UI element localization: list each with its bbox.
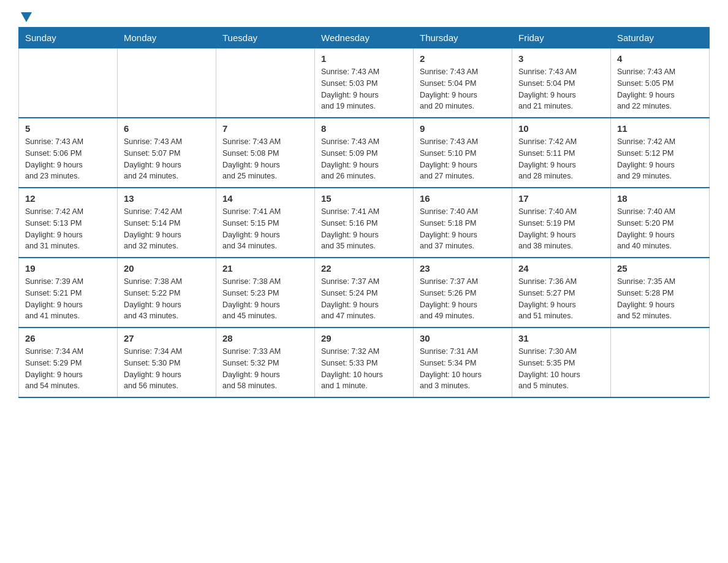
weekday-header-saturday: Saturday — [611, 28, 710, 48]
calendar-body: 1Sunrise: 7:43 AM Sunset: 5:03 PM Daylig… — [19, 48, 710, 398]
day-number: 13 — [124, 193, 210, 204]
day-number: 12 — [25, 193, 111, 204]
day-number: 31 — [518, 333, 604, 343]
day-number: 29 — [321, 333, 407, 343]
page-header — [18, 12, 710, 21]
day-number: 15 — [321, 193, 407, 204]
day-info: Sunrise: 7:37 AM Sunset: 5:24 PM Dayligh… — [321, 276, 407, 322]
day-number: 11 — [617, 123, 703, 134]
day-info: Sunrise: 7:43 AM Sunset: 5:06 PM Dayligh… — [25, 136, 111, 182]
day-number: 25 — [617, 263, 703, 274]
day-info: Sunrise: 7:30 AM Sunset: 5:35 PM Dayligh… — [518, 346, 604, 392]
day-info: Sunrise: 7:43 AM Sunset: 5:10 PM Dayligh… — [420, 136, 506, 182]
calendar-cell: 28Sunrise: 7:33 AM Sunset: 5:32 PM Dayli… — [216, 327, 315, 397]
day-info: Sunrise: 7:37 AM Sunset: 5:26 PM Dayligh… — [420, 276, 506, 322]
day-number: 7 — [222, 123, 308, 134]
calendar-cell: 23Sunrise: 7:37 AM Sunset: 5:26 PM Dayli… — [414, 258, 512, 327]
calendar-cell: 17Sunrise: 7:40 AM Sunset: 5:19 PM Dayli… — [512, 188, 611, 258]
calendar-cell: 12Sunrise: 7:42 AM Sunset: 5:13 PM Dayli… — [19, 188, 118, 258]
day-info: Sunrise: 7:31 AM Sunset: 5:34 PM Dayligh… — [420, 346, 506, 392]
day-number: 9 — [420, 123, 506, 134]
day-info: Sunrise: 7:43 AM Sunset: 5:09 PM Dayligh… — [321, 136, 407, 182]
day-number: 24 — [518, 263, 604, 274]
calendar-cell: 8Sunrise: 7:43 AM Sunset: 5:09 PM Daylig… — [315, 118, 414, 188]
calendar-cell: 7Sunrise: 7:43 AM Sunset: 5:08 PM Daylig… — [216, 118, 315, 188]
weekday-header-monday: Monday — [118, 28, 216, 48]
calendar-cell — [118, 48, 216, 118]
calendar-cell: 11Sunrise: 7:42 AM Sunset: 5:12 PM Dayli… — [611, 118, 710, 188]
day-info: Sunrise: 7:33 AM Sunset: 5:32 PM Dayligh… — [222, 346, 308, 392]
calendar-week-row: 1Sunrise: 7:43 AM Sunset: 5:03 PM Daylig… — [19, 48, 710, 118]
weekday-header-thursday: Thursday — [414, 28, 512, 48]
day-number: 1 — [321, 53, 407, 64]
calendar-cell: 27Sunrise: 7:34 AM Sunset: 5:30 PM Dayli… — [118, 327, 216, 397]
day-info: Sunrise: 7:34 AM Sunset: 5:29 PM Dayligh… — [25, 346, 111, 392]
day-number: 19 — [25, 263, 111, 274]
calendar-cell: 29Sunrise: 7:32 AM Sunset: 5:33 PM Dayli… — [315, 327, 414, 397]
day-number: 2 — [420, 53, 506, 64]
day-number: 18 — [617, 193, 703, 204]
day-number: 23 — [420, 263, 506, 274]
calendar-cell: 6Sunrise: 7:43 AM Sunset: 5:07 PM Daylig… — [118, 118, 216, 188]
calendar-cell — [19, 48, 118, 118]
day-info: Sunrise: 7:42 AM Sunset: 5:14 PM Dayligh… — [124, 206, 210, 252]
weekday-header-tuesday: Tuesday — [216, 28, 315, 48]
weekday-header-wednesday: Wednesday — [315, 28, 414, 48]
calendar-header: SundayMondayTuesdayWednesdayThursdayFrid… — [19, 28, 710, 48]
day-info: Sunrise: 7:38 AM Sunset: 5:22 PM Dayligh… — [124, 276, 210, 322]
day-info: Sunrise: 7:42 AM Sunset: 5:11 PM Dayligh… — [518, 136, 604, 182]
calendar-cell: 20Sunrise: 7:38 AM Sunset: 5:22 PM Dayli… — [118, 258, 216, 327]
calendar-cell — [216, 48, 315, 118]
day-info: Sunrise: 7:38 AM Sunset: 5:23 PM Dayligh… — [222, 276, 308, 322]
weekday-header-sunday: Sunday — [19, 28, 118, 48]
day-info: Sunrise: 7:32 AM Sunset: 5:33 PM Dayligh… — [321, 346, 407, 392]
calendar-table: SundayMondayTuesdayWednesdayThursdayFrid… — [18, 27, 710, 398]
day-info: Sunrise: 7:43 AM Sunset: 5:08 PM Dayligh… — [222, 136, 308, 182]
day-number: 4 — [617, 53, 703, 64]
day-info: Sunrise: 7:43 AM Sunset: 5:04 PM Dayligh… — [420, 66, 506, 112]
calendar-cell: 9Sunrise: 7:43 AM Sunset: 5:10 PM Daylig… — [414, 118, 512, 188]
day-number: 5 — [25, 123, 111, 134]
calendar-cell: 14Sunrise: 7:41 AM Sunset: 5:15 PM Dayli… — [216, 188, 315, 258]
day-number: 6 — [124, 123, 210, 134]
calendar-cell: 2Sunrise: 7:43 AM Sunset: 5:04 PM Daylig… — [414, 48, 512, 118]
day-info: Sunrise: 7:43 AM Sunset: 5:07 PM Dayligh… — [124, 136, 210, 182]
calendar-cell: 22Sunrise: 7:37 AM Sunset: 5:24 PM Dayli… — [315, 258, 414, 327]
day-info: Sunrise: 7:34 AM Sunset: 5:30 PM Dayligh… — [124, 346, 210, 392]
day-info: Sunrise: 7:35 AM Sunset: 5:28 PM Dayligh… — [617, 276, 703, 322]
day-info: Sunrise: 7:39 AM Sunset: 5:21 PM Dayligh… — [25, 276, 111, 322]
calendar-cell: 30Sunrise: 7:31 AM Sunset: 5:34 PM Dayli… — [414, 327, 512, 397]
day-info: Sunrise: 7:42 AM Sunset: 5:13 PM Dayligh… — [25, 206, 111, 252]
day-info: Sunrise: 7:40 AM Sunset: 5:18 PM Dayligh… — [420, 206, 506, 252]
day-number: 17 — [518, 193, 604, 204]
calendar-cell — [611, 327, 710, 397]
calendar-cell: 21Sunrise: 7:38 AM Sunset: 5:23 PM Dayli… — [216, 258, 315, 327]
calendar-cell: 19Sunrise: 7:39 AM Sunset: 5:21 PM Dayli… — [19, 258, 118, 327]
calendar-cell: 18Sunrise: 7:40 AM Sunset: 5:20 PM Dayli… — [611, 188, 710, 258]
logo — [18, 12, 32, 21]
day-info: Sunrise: 7:43 AM Sunset: 5:04 PM Dayligh… — [518, 66, 604, 112]
day-number: 3 — [518, 53, 604, 64]
day-number: 8 — [321, 123, 407, 134]
day-number: 14 — [222, 193, 308, 204]
day-info: Sunrise: 7:41 AM Sunset: 5:16 PM Dayligh… — [321, 206, 407, 252]
day-info: Sunrise: 7:36 AM Sunset: 5:27 PM Dayligh… — [518, 276, 604, 322]
day-info: Sunrise: 7:42 AM Sunset: 5:12 PM Dayligh… — [617, 136, 703, 182]
calendar-cell: 25Sunrise: 7:35 AM Sunset: 5:28 PM Dayli… — [611, 258, 710, 327]
day-number: 10 — [518, 123, 604, 134]
weekday-header-row: SundayMondayTuesdayWednesdayThursdayFrid… — [19, 28, 710, 48]
day-number: 21 — [222, 263, 308, 274]
day-info: Sunrise: 7:41 AM Sunset: 5:15 PM Dayligh… — [222, 206, 308, 252]
day-number: 30 — [420, 333, 506, 343]
calendar-week-row: 12Sunrise: 7:42 AM Sunset: 5:13 PM Dayli… — [19, 188, 710, 258]
day-number: 16 — [420, 193, 506, 204]
day-info: Sunrise: 7:40 AM Sunset: 5:19 PM Dayligh… — [518, 206, 604, 252]
day-number: 26 — [25, 333, 111, 343]
calendar-cell: 4Sunrise: 7:43 AM Sunset: 5:05 PM Daylig… — [611, 48, 710, 118]
calendar-cell: 24Sunrise: 7:36 AM Sunset: 5:27 PM Dayli… — [512, 258, 611, 327]
day-number: 28 — [222, 333, 308, 343]
day-number: 27 — [124, 333, 210, 343]
calendar-week-row: 5Sunrise: 7:43 AM Sunset: 5:06 PM Daylig… — [19, 118, 710, 188]
calendar-cell: 26Sunrise: 7:34 AM Sunset: 5:29 PM Dayli… — [19, 327, 118, 397]
logo-triangle-icon — [21, 12, 32, 22]
